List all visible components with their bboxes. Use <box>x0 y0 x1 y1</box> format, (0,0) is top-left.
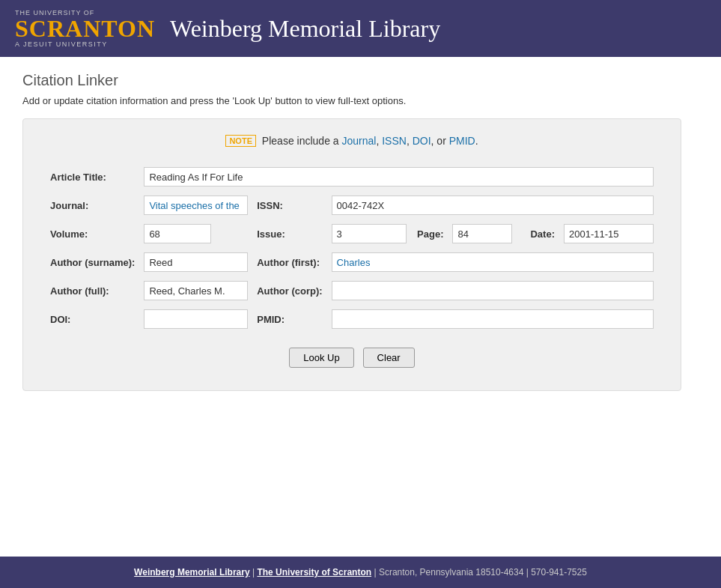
issue-label: Issue: <box>252 222 326 246</box>
date-label: Date: <box>518 226 558 242</box>
clear-button[interactable]: Clear <box>363 348 415 368</box>
header-title: Weinberg Memorial Library <box>170 15 440 43</box>
logo-bottom-text: A JESUIT UNIVERSITY <box>15 40 108 48</box>
volume-label: Volume: <box>46 222 139 246</box>
journal-label: Journal: <box>46 193 139 217</box>
pmid-label: PMID: <box>252 307 326 331</box>
footer-university-link[interactable]: The University of Scranton <box>257 567 371 578</box>
lookup-button[interactable]: Look Up <box>289 348 353 368</box>
journal-issn-row: Journal: ISSN: <box>46 193 658 217</box>
author-full-label: Author (full): <box>46 279 139 303</box>
author-surname-label: Author (surname): <box>46 250 139 274</box>
description-text: Add or update citation information and p… <box>22 95 406 106</box>
doi-pmid-row: DOI: PMID: <box>46 307 658 331</box>
issn-label: ISSN: <box>252 193 326 217</box>
author-surname-input[interactable] <box>144 252 248 272</box>
page-title: Citation Linker <box>22 72 699 89</box>
article-title-row: Article Title: <box>46 165 658 189</box>
author-full-input[interactable] <box>144 281 248 300</box>
author-full-corp-row: Author (full): Author (corp): <box>46 279 658 303</box>
author-first-input[interactable] <box>332 252 654 272</box>
pmid-input[interactable] <box>332 309 654 329</box>
author-corp-input[interactable] <box>332 281 654 300</box>
footer: Weinberg Memorial Library | The Universi… <box>0 557 721 588</box>
note-text: Please include a Journal, ISSN, DOI, or … <box>262 135 478 147</box>
issn-input[interactable] <box>332 196 654 215</box>
form-container: NOTE Please include a Journal, ISSN, DOI… <box>22 118 681 391</box>
author-corp-label: Author (corp): <box>252 279 326 303</box>
note-tag: NOTE <box>225 135 256 147</box>
article-title-input[interactable] <box>144 167 654 187</box>
footer-address: | Scranton, Pennsylvania 18510-4634 | 57… <box>374 567 586 578</box>
note-box: NOTE Please include a Journal, ISSN, DOI… <box>46 134 658 147</box>
citation-form: Article Title: Journal: ISSN: Volume: <box>46 160 658 336</box>
main-content: Citation Linker Add or update citation i… <box>0 57 721 557</box>
logo-area: THE UNIVERSITY OF SCRANTON A JESUIT UNIV… <box>15 9 155 48</box>
logo-scranton-text: SCRANTON <box>15 16 155 40</box>
header: THE UNIVERSITY OF SCRANTON A JESUIT UNIV… <box>0 0 721 57</box>
volume-input[interactable] <box>144 224 211 243</box>
journal-input[interactable] <box>144 196 248 215</box>
author-first-label: Author (first): <box>252 250 326 274</box>
author-surname-first-row: Author (surname): Author (first): <box>46 250 658 274</box>
page-description: Add or update citation information and p… <box>22 95 699 106</box>
buttons-row: Look Up Clear <box>46 348 658 368</box>
page-input[interactable] <box>452 224 512 243</box>
footer-library-link[interactable]: Weinberg Memorial Library <box>134 567 249 578</box>
page-label: Page: <box>413 222 448 246</box>
issue-input[interactable] <box>332 224 407 243</box>
doi-label: DOI: <box>46 307 139 331</box>
doi-input[interactable] <box>144 309 248 329</box>
vol-issue-page-date-row: Volume: Issue: Page: Date: <box>46 222 658 246</box>
date-input[interactable] <box>564 224 654 243</box>
article-title-label: Article Title: <box>46 165 139 189</box>
